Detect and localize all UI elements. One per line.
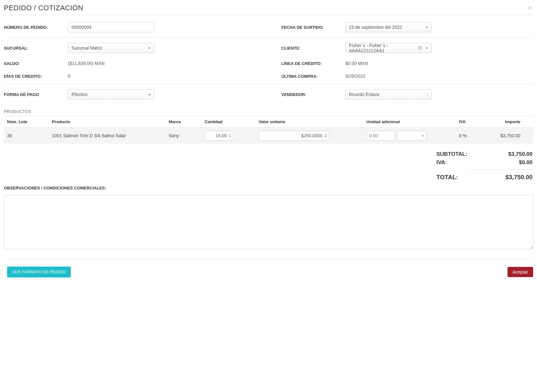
cliente-value: Fisher´s - Fisher´s - AAAA121212AA1: [349, 43, 417, 53]
table-row: 39 1001 Salmon Trim D 3/4 Salmo Salar So…: [4, 128, 533, 144]
th-importe: Importe: [483, 116, 533, 128]
spinner-icon[interactable]: ▲▼: [324, 133, 327, 138]
th-num-lote: Núm. Lote: [4, 116, 49, 128]
fecha-surtido-select[interactable]: 23 de septiembre del 2022 ▼: [345, 22, 432, 32]
fecha-surtido-value: 23 de septiembre del 2022: [349, 25, 402, 30]
vendedor-select[interactable]: Ricardo Eslava ▾: [345, 89, 432, 100]
chevron-down-icon: ▼: [425, 46, 428, 50]
aceptar-button[interactable]: Aceptar: [508, 267, 533, 277]
th-valor-unitario: Valor unitario: [255, 116, 363, 128]
sucursal-value: Sucursal Matriz: [71, 45, 102, 51]
cell-num-lote: 39: [4, 128, 49, 144]
label-vendedor: VENDEDOR:: [281, 92, 345, 97]
observaciones-textarea[interactable]: [4, 195, 533, 249]
forma-pago-value: Efectivo: [71, 92, 87, 97]
label-saldo: SALDO:: [4, 61, 68, 66]
valor-unitario-value: $250.0000: [261, 133, 324, 138]
unidad-adicional-select[interactable]: ▾: [397, 131, 426, 140]
products-table: Núm. Lote Producto Marca Cantidad Valor …: [4, 116, 533, 144]
cell-marca: Sony: [166, 128, 202, 144]
total-label: TOTAL:: [436, 174, 458, 181]
th-unidad-adicional: Unidad adicional: [363, 116, 456, 128]
ultima-compra-value: 9/29/2022: [345, 74, 533, 79]
subtotal-label: SUBTOTAL:: [436, 151, 467, 157]
th-cantidad: Cantidad: [202, 116, 255, 128]
chevron-down-icon: ▾: [427, 93, 428, 96]
dias-credito-value: 0: [68, 74, 256, 79]
cell-iva: 0 %: [456, 128, 483, 144]
chevron-down-icon: ▼: [425, 26, 428, 29]
totals-divider: [468, 169, 533, 170]
page-title: PEDIDO / COTIZACIÓN: [4, 4, 83, 12]
chevron-down-icon: ▾: [422, 134, 424, 138]
subtotal-value: $3,750.00: [508, 151, 533, 157]
linea-credito-value: $0.00 MXN: [345, 61, 533, 66]
forma-pago-select[interactable]: Efectivo ▼: [68, 89, 154, 100]
label-numero-pedido: NÚMERO DE PEDIDO:: [4, 25, 68, 30]
iva-value: $0.00: [519, 159, 533, 166]
label-ultima-compra: ÚLTIMA COMPRA:: [281, 74, 345, 79]
cell-producto: 1001 Salmon Trim D 3/4 Salmo Salar: [49, 128, 166, 144]
cantidad-value: 15.00: [207, 133, 229, 138]
label-dias-credito: DÍAS DE CREDITO:: [4, 74, 68, 79]
chevron-down-icon: ▼: [148, 46, 151, 50]
th-iva: IVA: [456, 116, 483, 128]
productos-label: PRODUCTOS: [4, 109, 533, 114]
divider: [4, 37, 533, 38]
iva-label: IVA:: [436, 159, 447, 166]
th-marca: Marca: [166, 116, 202, 128]
th-producto: Producto: [49, 116, 166, 128]
valor-unitario-input[interactable]: $250.0000 ▲▼: [259, 131, 329, 140]
numero-pedido-input[interactable]: [68, 22, 154, 32]
label-forma-pago: FORMA DE PAGO: [4, 92, 68, 97]
label-linea-credito: LÍNEA DE CRÉDITO:: [281, 61, 345, 66]
clear-icon[interactable]: ✕: [417, 45, 423, 51]
close-icon[interactable]: ×: [526, 4, 533, 12]
cantidad-input[interactable]: 15.00 ▲▼: [205, 131, 234, 140]
vendedor-value: Ricardo Eslava: [349, 92, 379, 97]
sucursal-select[interactable]: Sucursal Matriz ▼: [68, 43, 154, 53]
divider: [4, 84, 533, 84]
ver-formato-button[interactable]: VER FORMATO DE PEDIDO: [7, 267, 71, 277]
label-sucursal: SUCURSAL:: [4, 46, 68, 51]
cell-importe: $3,750.00: [483, 128, 533, 144]
unidad-adicional-input[interactable]: [367, 131, 395, 140]
spinner-icon[interactable]: ▲▼: [229, 133, 231, 138]
label-fecha-surtido: FECHA DE SURTIDO:: [281, 25, 345, 30]
total-value: $3,750.00: [505, 174, 533, 181]
cliente-select[interactable]: Fisher´s - Fisher´s - AAAA121212AA1 ✕ ▼: [345, 43, 432, 53]
label-cliente: CLIENTE:: [281, 46, 345, 51]
observaciones-label: OBSERVACIONES / CONDICIONES COMERCIALES:: [4, 186, 533, 190]
chevron-down-icon: ▼: [148, 93, 151, 96]
saldo-value: ($11,839.00) MXN: [68, 61, 256, 66]
